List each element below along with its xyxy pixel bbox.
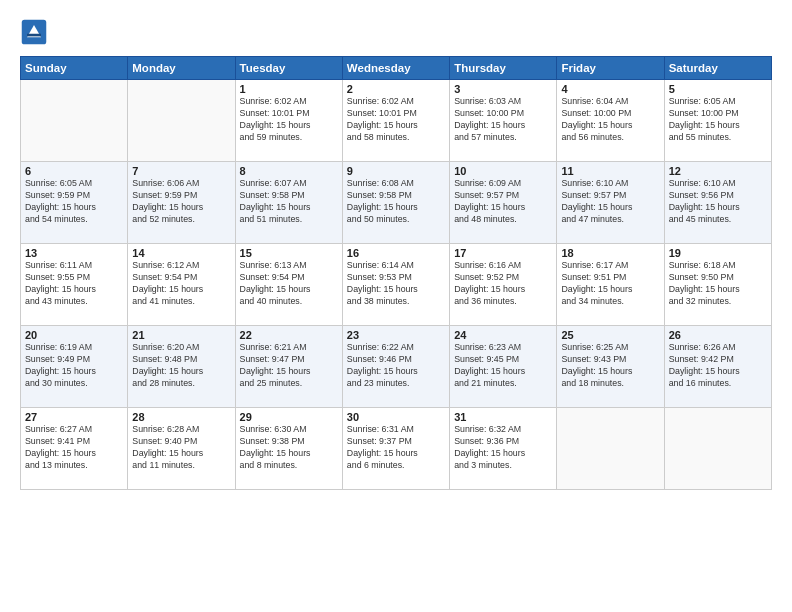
cell-info: Sunrise: 6:02 AM Sunset: 10:01 PM Daylig…: [347, 96, 445, 144]
cell-info: Sunrise: 6:14 AM Sunset: 9:53 PM Dayligh…: [347, 260, 445, 308]
calendar-cell: 8Sunrise: 6:07 AM Sunset: 9:58 PM Daylig…: [235, 162, 342, 244]
cell-info: Sunrise: 6:05 AM Sunset: 10:00 PM Daylig…: [669, 96, 767, 144]
cell-info: Sunrise: 6:31 AM Sunset: 9:37 PM Dayligh…: [347, 424, 445, 472]
svg-rect-2: [27, 34, 41, 37]
cell-info: Sunrise: 6:20 AM Sunset: 9:48 PM Dayligh…: [132, 342, 230, 390]
cell-info: Sunrise: 6:16 AM Sunset: 9:52 PM Dayligh…: [454, 260, 552, 308]
day-number: 2: [347, 83, 445, 95]
header: [20, 18, 772, 46]
calendar-cell: 14Sunrise: 6:12 AM Sunset: 9:54 PM Dayli…: [128, 244, 235, 326]
cell-info: Sunrise: 6:02 AM Sunset: 10:01 PM Daylig…: [240, 96, 338, 144]
calendar-cell: [21, 80, 128, 162]
day-number: 21: [132, 329, 230, 341]
cell-info: Sunrise: 6:22 AM Sunset: 9:46 PM Dayligh…: [347, 342, 445, 390]
day-number: 26: [669, 329, 767, 341]
day-number: 28: [132, 411, 230, 423]
logo-icon: [20, 18, 48, 46]
day-number: 27: [25, 411, 123, 423]
day-number: 19: [669, 247, 767, 259]
calendar-cell: 23Sunrise: 6:22 AM Sunset: 9:46 PM Dayli…: [342, 326, 449, 408]
calendar-cell: 22Sunrise: 6:21 AM Sunset: 9:47 PM Dayli…: [235, 326, 342, 408]
col-header-sunday: Sunday: [21, 57, 128, 80]
day-number: 10: [454, 165, 552, 177]
calendar-cell: 11Sunrise: 6:10 AM Sunset: 9:57 PM Dayli…: [557, 162, 664, 244]
calendar-cell: 10Sunrise: 6:09 AM Sunset: 9:57 PM Dayli…: [450, 162, 557, 244]
calendar-cell: 7Sunrise: 6:06 AM Sunset: 9:59 PM Daylig…: [128, 162, 235, 244]
calendar-cell: 18Sunrise: 6:17 AM Sunset: 9:51 PM Dayli…: [557, 244, 664, 326]
cell-info: Sunrise: 6:08 AM Sunset: 9:58 PM Dayligh…: [347, 178, 445, 226]
calendar-cell: 26Sunrise: 6:26 AM Sunset: 9:42 PM Dayli…: [664, 326, 771, 408]
cell-info: Sunrise: 6:04 AM Sunset: 10:00 PM Daylig…: [561, 96, 659, 144]
calendar-cell: 24Sunrise: 6:23 AM Sunset: 9:45 PM Dayli…: [450, 326, 557, 408]
cell-info: Sunrise: 6:32 AM Sunset: 9:36 PM Dayligh…: [454, 424, 552, 472]
day-number: 18: [561, 247, 659, 259]
cell-info: Sunrise: 6:12 AM Sunset: 9:54 PM Dayligh…: [132, 260, 230, 308]
col-header-saturday: Saturday: [664, 57, 771, 80]
col-header-wednesday: Wednesday: [342, 57, 449, 80]
day-number: 7: [132, 165, 230, 177]
calendar-cell: 17Sunrise: 6:16 AM Sunset: 9:52 PM Dayli…: [450, 244, 557, 326]
calendar-cell: 27Sunrise: 6:27 AM Sunset: 9:41 PM Dayli…: [21, 408, 128, 490]
cell-info: Sunrise: 6:25 AM Sunset: 9:43 PM Dayligh…: [561, 342, 659, 390]
calendar-cell: 21Sunrise: 6:20 AM Sunset: 9:48 PM Dayli…: [128, 326, 235, 408]
day-number: 17: [454, 247, 552, 259]
calendar-cell: [557, 408, 664, 490]
calendar-cell: [664, 408, 771, 490]
cell-info: Sunrise: 6:03 AM Sunset: 10:00 PM Daylig…: [454, 96, 552, 144]
day-number: 23: [347, 329, 445, 341]
day-number: 9: [347, 165, 445, 177]
cell-info: Sunrise: 6:05 AM Sunset: 9:59 PM Dayligh…: [25, 178, 123, 226]
calendar-cell: 1Sunrise: 6:02 AM Sunset: 10:01 PM Dayli…: [235, 80, 342, 162]
calendar-cell: 28Sunrise: 6:28 AM Sunset: 9:40 PM Dayli…: [128, 408, 235, 490]
day-number: 16: [347, 247, 445, 259]
calendar-cell: 19Sunrise: 6:18 AM Sunset: 9:50 PM Dayli…: [664, 244, 771, 326]
day-number: 13: [25, 247, 123, 259]
day-number: 30: [347, 411, 445, 423]
cell-info: Sunrise: 6:13 AM Sunset: 9:54 PM Dayligh…: [240, 260, 338, 308]
col-header-thursday: Thursday: [450, 57, 557, 80]
calendar-cell: 16Sunrise: 6:14 AM Sunset: 9:53 PM Dayli…: [342, 244, 449, 326]
cell-info: Sunrise: 6:06 AM Sunset: 9:59 PM Dayligh…: [132, 178, 230, 226]
cell-info: Sunrise: 6:23 AM Sunset: 9:45 PM Dayligh…: [454, 342, 552, 390]
day-number: 6: [25, 165, 123, 177]
cell-info: Sunrise: 6:11 AM Sunset: 9:55 PM Dayligh…: [25, 260, 123, 308]
calendar-cell: 4Sunrise: 6:04 AM Sunset: 10:00 PM Dayli…: [557, 80, 664, 162]
day-number: 11: [561, 165, 659, 177]
cell-info: Sunrise: 6:28 AM Sunset: 9:40 PM Dayligh…: [132, 424, 230, 472]
calendar-cell: 13Sunrise: 6:11 AM Sunset: 9:55 PM Dayli…: [21, 244, 128, 326]
calendar-cell: 6Sunrise: 6:05 AM Sunset: 9:59 PM Daylig…: [21, 162, 128, 244]
calendar-cell: 3Sunrise: 6:03 AM Sunset: 10:00 PM Dayli…: [450, 80, 557, 162]
page: SundayMondayTuesdayWednesdayThursdayFrid…: [0, 0, 792, 612]
cell-info: Sunrise: 6:19 AM Sunset: 9:49 PM Dayligh…: [25, 342, 123, 390]
day-number: 15: [240, 247, 338, 259]
day-number: 20: [25, 329, 123, 341]
day-number: 31: [454, 411, 552, 423]
day-number: 25: [561, 329, 659, 341]
calendar-cell: [128, 80, 235, 162]
calendar-cell: 29Sunrise: 6:30 AM Sunset: 9:38 PM Dayli…: [235, 408, 342, 490]
cell-info: Sunrise: 6:10 AM Sunset: 9:57 PM Dayligh…: [561, 178, 659, 226]
calendar-cell: 5Sunrise: 6:05 AM Sunset: 10:00 PM Dayli…: [664, 80, 771, 162]
calendar-cell: 15Sunrise: 6:13 AM Sunset: 9:54 PM Dayli…: [235, 244, 342, 326]
col-header-friday: Friday: [557, 57, 664, 80]
col-header-monday: Monday: [128, 57, 235, 80]
day-number: 5: [669, 83, 767, 95]
day-number: 14: [132, 247, 230, 259]
cell-info: Sunrise: 6:10 AM Sunset: 9:56 PM Dayligh…: [669, 178, 767, 226]
day-number: 12: [669, 165, 767, 177]
day-number: 8: [240, 165, 338, 177]
cell-info: Sunrise: 6:27 AM Sunset: 9:41 PM Dayligh…: [25, 424, 123, 472]
cell-info: Sunrise: 6:07 AM Sunset: 9:58 PM Dayligh…: [240, 178, 338, 226]
day-number: 1: [240, 83, 338, 95]
day-number: 24: [454, 329, 552, 341]
cell-info: Sunrise: 6:09 AM Sunset: 9:57 PM Dayligh…: [454, 178, 552, 226]
calendar-cell: 12Sunrise: 6:10 AM Sunset: 9:56 PM Dayli…: [664, 162, 771, 244]
cell-info: Sunrise: 6:17 AM Sunset: 9:51 PM Dayligh…: [561, 260, 659, 308]
calendar-cell: 25Sunrise: 6:25 AM Sunset: 9:43 PM Dayli…: [557, 326, 664, 408]
logo: [20, 18, 50, 46]
col-header-tuesday: Tuesday: [235, 57, 342, 80]
calendar-table: SundayMondayTuesdayWednesdayThursdayFrid…: [20, 56, 772, 490]
day-number: 29: [240, 411, 338, 423]
day-number: 4: [561, 83, 659, 95]
cell-info: Sunrise: 6:18 AM Sunset: 9:50 PM Dayligh…: [669, 260, 767, 308]
